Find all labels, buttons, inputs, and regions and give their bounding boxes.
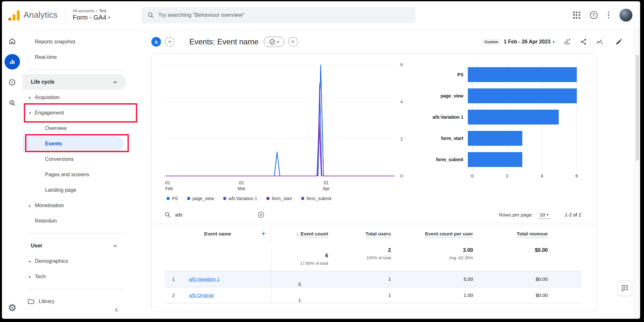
breadcrumb-account[interactable]: All accounts — [73, 9, 94, 13]
header-divider — [65, 8, 66, 23]
sidebar-item-retention[interactable]: Retention — [23, 213, 129, 229]
help-icon[interactable]: ? — [590, 11, 598, 19]
sidebar-item-label: Tech — [35, 274, 46, 280]
sidebar-section-life-cycle[interactable]: Life cycle — [23, 74, 126, 90]
reports-icon[interactable] — [5, 54, 20, 69]
feedback-button[interactable] — [617, 281, 632, 296]
scrollbar[interactable] — [634, 29, 640, 318]
svg-text:2: 2 — [400, 136, 403, 142]
svg-text:0: 0 — [400, 173, 403, 179]
expand-right-icon: ▸ — [28, 204, 32, 208]
advertising-icon[interactable] — [5, 95, 20, 111]
sidebar-item-library[interactable]: Library — [23, 294, 129, 309]
sidebar-item-real-time[interactable]: Real-time — [23, 50, 129, 65]
totals-event-count: 6 — [271, 253, 335, 259]
totals-revenue: $0.00 — [480, 247, 582, 253]
totals-per-user: 3.00 — [398, 247, 480, 253]
sidebar-item-events[interactable]: Events — [23, 136, 124, 152]
table-row: 2 a/b:Original 1 1 1.00 $0.00 — [165, 287, 581, 303]
property-selector[interactable]: Form - GA4 ▾ — [73, 14, 131, 21]
bar-row: a/b:Variation 1 — [416, 106, 590, 128]
comparison-chip[interactable]: A — [151, 37, 161, 47]
chevron-down-icon: ▾ — [277, 40, 279, 44]
insights-icon[interactable] — [596, 38, 603, 46]
search-bar[interactable] — [142, 7, 415, 23]
sidebar-item-reports-snapshot[interactable]: Reports snapshot — [23, 34, 129, 50]
sidebar-item-acquisition[interactable]: ▸Acquisition — [23, 90, 129, 105]
sidebar-item-label: Conversions — [45, 156, 74, 162]
sidebar-item-label: Acquisition — [35, 95, 60, 100]
table-row: 1 a/b:Variation 1 5 1 5.00 $0.00 — [165, 271, 581, 287]
legend-item: a/b:Variation 1 — [223, 196, 257, 201]
events-table: Event name + ↓Event count Total users Ev… — [165, 224, 581, 303]
cell-revenue: $0.00 — [480, 271, 582, 287]
rows-per-page-value: 10 — [540, 212, 545, 217]
sidebar-item-conversions[interactable]: Conversions — [23, 152, 129, 167]
customise-report-icon[interactable] — [564, 38, 571, 46]
sidebar-item-tech[interactable]: ▸Tech — [23, 269, 129, 284]
bar-row: form_start — [416, 128, 590, 149]
collapse-sidebar-icon[interactable]: ‹ — [115, 305, 118, 314]
sidebar-item-pages-and-screens[interactable]: Pages and screens — [23, 167, 129, 182]
sidebar-section-user[interactable]: User — [23, 238, 129, 253]
settings-gear-icon[interactable]: ⚙ — [8, 302, 17, 313]
add-comparison-icon[interactable]: + — [165, 37, 175, 47]
bar-chart: PSpage_viewa/b:Variation 1form_startform… — [416, 60, 590, 201]
column-header-total-users[interactable]: Total users — [335, 231, 398, 236]
sidebar-item-monetisation[interactable]: ▸Monetisation — [23, 198, 129, 213]
sidebar-item-overview[interactable]: Overview — [23, 121, 129, 136]
sidebar-item-engagement[interactable]: ▾Engagement — [23, 105, 129, 121]
svg-text:Mar: Mar — [238, 186, 245, 191]
dimension-selector[interactable]: ▾ — [264, 37, 284, 47]
column-header-event-count[interactable]: ↓Event count — [271, 224, 335, 243]
date-range-picker[interactable]: 1 Feb - 26 Apr 2023 ▾ — [504, 39, 554, 45]
sidebar-item-label: Engagement — [35, 110, 64, 116]
edit-report-icon[interactable] — [615, 38, 623, 46]
event-link[interactable]: a/b:Variation 1 — [189, 276, 220, 282]
add-filter-icon[interactable]: + — [288, 37, 298, 47]
app-window: Analytics All accounts › Test Form - GA4… — [2, 1, 640, 319]
line-chart: 024601Feb01Mar01Apr PSpage_viewa/b:Varia… — [165, 60, 411, 201]
reports-sidebar: Reports snapshot Real-time Life cycle ▸A… — [23, 29, 129, 318]
search-input[interactable] — [158, 12, 410, 18]
column-header-event-name[interactable]: Event name + — [165, 231, 271, 236]
column-header-label: Event name — [204, 231, 231, 236]
svg-text:01: 01 — [239, 180, 244, 185]
table-search-input[interactable]: a/b: — [175, 212, 258, 217]
event-link[interactable]: a/b:Original — [189, 292, 214, 298]
legend-item: form_start — [266, 196, 292, 201]
search-icon — [147, 12, 154, 18]
explore-icon[interactable] — [5, 75, 20, 90]
home-icon[interactable] — [5, 33, 20, 49]
bar-axis-ticks: 0246 — [472, 173, 577, 180]
scrollbar-thumb[interactable] — [636, 55, 639, 161]
column-header-event-count-per-user[interactable]: Event count per user — [398, 231, 480, 236]
report-card: 024601Feb01Mar01Apr PSpage_viewa/b:Varia… — [151, 53, 597, 312]
bar-label: a/b:Variation 1 — [416, 115, 468, 120]
bar-row: form_submit — [416, 149, 590, 170]
bar-label: form_submit — [416, 157, 468, 162]
sidebar-item-demographics[interactable]: ▸Demographics — [23, 253, 129, 269]
svg-text:Apr: Apr — [323, 186, 330, 191]
section-label: User — [31, 243, 43, 249]
header-actions: ? — [573, 9, 633, 22]
bar — [468, 67, 577, 82]
expand-right-icon: ▸ — [28, 96, 32, 100]
cell-per-user: 1.00 — [398, 287, 480, 303]
row-index: 2 — [165, 292, 183, 298]
search-icon — [165, 212, 171, 218]
sidebar-item-landing-page[interactable]: Landing page — [23, 182, 129, 198]
divider — [29, 233, 125, 234]
share-icon[interactable] — [580, 38, 587, 46]
legend-dot — [301, 197, 304, 200]
google-apps-icon[interactable] — [573, 12, 580, 19]
rows-per-page-select[interactable]: 10 ▾ — [538, 211, 550, 219]
chevron-down-icon: ▾ — [547, 213, 549, 217]
more-options-icon[interactable] — [607, 11, 610, 19]
breadcrumb-entity[interactable]: Test — [99, 9, 106, 13]
avatar[interactable] — [620, 9, 632, 22]
add-column-icon[interactable]: + — [261, 230, 266, 237]
sort-desc-icon: ↓ — [297, 231, 299, 236]
clear-search-icon[interactable] — [258, 211, 264, 218]
column-header-total-revenue[interactable]: Total revenue — [480, 231, 582, 236]
